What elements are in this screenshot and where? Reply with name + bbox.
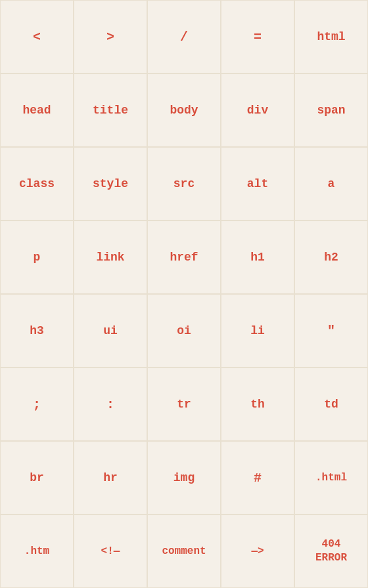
label-semicolon: ;	[33, 397, 41, 412]
label-link: link	[96, 251, 124, 264]
label-src: src	[173, 177, 195, 190]
cell-html[interactable]: html	[294, 0, 368, 74]
label-hash: #	[254, 471, 262, 486]
cell-a[interactable]: a	[294, 147, 368, 220]
label-style: style	[93, 177, 128, 190]
cell-link[interactable]: link	[74, 220, 147, 294]
cell-equals[interactable]: =	[221, 0, 294, 74]
cell-li[interactable]: li	[221, 294, 294, 368]
label-ul: ui	[103, 324, 118, 337]
cell-comment-close[interactable]: —>	[221, 514, 294, 588]
label-h3: h3	[30, 324, 44, 337]
cell-span[interactable]: span	[294, 74, 368, 147]
cell-br[interactable]: br	[0, 441, 74, 514]
label-alt: alt	[247, 177, 268, 190]
cell-quote[interactable]: "	[294, 294, 368, 368]
label-h1: h1	[250, 251, 265, 264]
label-class: class	[19, 177, 55, 190]
cell-colon[interactable]: :	[74, 368, 147, 441]
cell-img[interactable]: img	[147, 441, 221, 514]
label-slash: /	[180, 30, 188, 45]
cell-slash[interactable]: /	[147, 0, 221, 74]
label-ol: oi	[177, 324, 191, 337]
cell-comment[interactable]: comment	[147, 514, 221, 588]
label-img: img	[173, 471, 195, 484]
cell-hr[interactable]: hr	[74, 441, 147, 514]
cell-body[interactable]: body	[147, 74, 221, 147]
cell-style[interactable]: style	[74, 147, 147, 220]
label-li: li	[250, 324, 265, 337]
label-equals: =	[254, 30, 262, 45]
cell-div[interactable]: div	[221, 74, 294, 147]
label-comment-close: —>	[251, 545, 264, 557]
label-colon: :	[106, 397, 114, 412]
cell-href[interactable]: href	[147, 220, 221, 294]
cell-tr[interactable]: tr	[147, 368, 221, 441]
cell-gt[interactable]: >	[74, 0, 147, 74]
label-div: div	[247, 104, 268, 117]
cell-head[interactable]: head	[0, 74, 74, 147]
label-body: body	[170, 104, 198, 117]
label-error: 404 ERROR	[315, 537, 347, 565]
cell-alt[interactable]: alt	[221, 147, 294, 220]
cell-ul[interactable]: ui	[74, 294, 147, 368]
cell-h1[interactable]: h1	[221, 220, 294, 294]
cell-ol[interactable]: oi	[147, 294, 221, 368]
label-hr: hr	[103, 471, 118, 484]
cell-hash[interactable]: #	[221, 441, 294, 514]
cell-semicolon[interactable]: ;	[0, 368, 74, 441]
cell-class[interactable]: class	[0, 147, 74, 220]
label-p: p	[34, 251, 41, 264]
html-keyboard-grid: < > / = html head title body div span cl…	[0, 0, 368, 588]
label-dothtm: .htm	[24, 545, 49, 557]
cell-comment-open[interactable]: <!—	[74, 514, 147, 588]
cell-error[interactable]: 404 ERROR	[294, 514, 368, 588]
label-head: head	[22, 104, 51, 117]
label-dothtml: .html	[315, 472, 347, 484]
cell-td[interactable]: td	[294, 368, 368, 441]
label-td: td	[324, 398, 338, 411]
cell-dothtml[interactable]: .html	[294, 441, 368, 514]
cell-title[interactable]: title	[74, 74, 147, 147]
label-title: title	[93, 104, 128, 117]
label-comment: comment	[162, 545, 206, 557]
cell-dothtm[interactable]: .htm	[0, 514, 74, 588]
cell-h3[interactable]: h3	[0, 294, 74, 368]
label-span: span	[317, 104, 345, 117]
cell-th[interactable]: th	[221, 368, 294, 441]
label-gt: >	[106, 30, 114, 45]
cell-src[interactable]: src	[147, 147, 221, 220]
label-comment-open: <!—	[101, 545, 120, 557]
cell-h2[interactable]: h2	[294, 220, 368, 294]
label-quote: "	[327, 324, 335, 339]
label-br: br	[30, 471, 44, 484]
label-h2: h2	[324, 251, 338, 264]
label-href: href	[170, 251, 198, 264]
label-lt: <	[33, 30, 41, 45]
label-html: html	[317, 30, 345, 43]
label-th: th	[250, 398, 265, 411]
label-tr: tr	[177, 398, 191, 411]
cell-p[interactable]: p	[0, 220, 74, 294]
label-a: a	[328, 177, 335, 190]
cell-lt[interactable]: <	[0, 0, 74, 74]
